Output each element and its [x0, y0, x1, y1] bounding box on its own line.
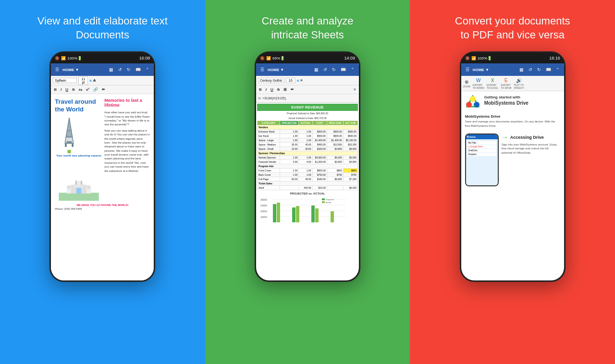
- table-row: Space - Small15.0030.00$320.00$4,800$9,6…: [258, 147, 358, 151]
- strikethrough-button-1[interactable]: S: [71, 87, 75, 92]
- font-name-field-2[interactable]: Century Gothic: [258, 78, 284, 83]
- phone-status-bar-1: 🔕📶100%🔋 16:08: [51, 53, 154, 63]
- book-icon-2[interactable]: 📖: [339, 67, 347, 73]
- col-projected: PROJECTED: [280, 121, 298, 125]
- book-icon-1[interactable]: 📖: [134, 67, 142, 73]
- formula-text[interactable]: =SUM(H19:I25): [262, 97, 286, 100]
- book-icon-3[interactable]: 📖: [544, 67, 553, 73]
- phone-screen-2: ☰ HOME ▼ ▦ ↺ ↻ 📖 ⌃ Century Gothic 10 a ≡…: [256, 63, 359, 280]
- format-bar-1: B I U S x₂ x² 🔗 ✏: [51, 85, 154, 94]
- view-icon-2[interactable]: ▦: [313, 67, 320, 73]
- highlight-button-2[interactable]: ✏: [290, 87, 295, 92]
- italic-button-2[interactable]: I: [265, 87, 268, 92]
- italic-button-1[interactable]: I: [60, 87, 62, 92]
- highlight-button-1[interactable]: ✏: [101, 87, 106, 92]
- mini-phone-screen: My Files ● Google Drive OneDrive Dropbox: [466, 139, 498, 186]
- table-row: Space - Large1.001.00$1,400.00$1,400.00$…: [258, 138, 358, 143]
- doc-body-1: How often have you said out loud, "I wou…: [104, 110, 150, 127]
- redo-icon-2[interactable]: ↻: [331, 67, 337, 73]
- svg-rect-35: [277, 203, 280, 222]
- phone-toolbar-2: ☰ HOME ▼ ▦ ↺ ↻ 📖 ⌃: [256, 63, 359, 76]
- undo-icon-1[interactable]: ↺: [117, 67, 123, 73]
- drive-desc-title: MobiSystems Drive: [465, 114, 560, 119]
- link-button-1[interactable]: 🔗: [92, 87, 99, 92]
- tts-label: TEXT TOSPEECH: [514, 84, 524, 89]
- accessing-drive-text: Sign into your MobiSystems account. Enjo…: [502, 143, 560, 155]
- pdf-content-area: Getting started with MobiSystems Drive M…: [461, 91, 564, 190]
- zoom-icon: ⊕: [465, 79, 468, 85]
- menu-icon-2[interactable]: ☰: [259, 67, 266, 73]
- table-row: Ear Kiosk1.001.00$500.00$500.00$500.00: [258, 134, 358, 138]
- formula-bar: fx =SUM(H19:I25): [256, 94, 359, 103]
- amazon-a-icon[interactable]: a: [297, 78, 299, 83]
- bold-button-1[interactable]: B: [53, 87, 58, 92]
- export-word-label: EXPORTTO WORD: [473, 84, 484, 89]
- doc-title-1: Travel around the World: [55, 98, 102, 113]
- menu-icon-3[interactable]: ☰: [464, 67, 471, 73]
- svg-rect-11: [65, 144, 67, 147]
- drive-desc-text: Save and manage your documents anywhere.…: [465, 120, 560, 128]
- export-word-tool[interactable]: W EXPORTTO WORD: [473, 78, 484, 89]
- home-button-2[interactable]: HOME ▼: [268, 68, 284, 72]
- table-row: Entrance Kiosk1.001.00$300.00$300.00$300…: [258, 130, 358, 134]
- underline-button-2[interactable]: U: [270, 87, 274, 92]
- status-time-3: 16:16: [549, 56, 560, 61]
- svg-rect-12: [72, 144, 74, 147]
- status-icons-2: 🔕📶69%🔋: [260, 56, 285, 61]
- svg-rect-38: [311, 206, 315, 222]
- tts-tool[interactable]: 🔊 TEXT TOSPEECH: [514, 78, 524, 89]
- font-bar-1: Sylfaen 11 pt a A: [51, 76, 154, 85]
- more-button[interactable]: ≡: [353, 87, 357, 92]
- strikethrough-button-2[interactable]: S: [276, 87, 281, 92]
- undo-icon-2[interactable]: ↺: [322, 67, 329, 73]
- bar-chart: 28000 24000 20000 16000: [259, 197, 356, 226]
- font-color-a-1[interactable]: a: [89, 78, 91, 83]
- expand-icon-1[interactable]: ⌃: [144, 67, 151, 73]
- undo-icon-3[interactable]: ↺: [527, 67, 534, 73]
- zoom-tool[interactable]: ⊕ ZOOM: [463, 79, 470, 88]
- svg-rect-34: [273, 204, 276, 222]
- doc-subtitle-1: Memories to last a lifetime: [104, 98, 150, 108]
- expand-icon-3[interactable]: ⌃: [554, 67, 561, 73]
- phone-toolbar-3: ☰ HOME ▼ ▦ ↺ ↻ 📖 ⌃: [461, 63, 564, 76]
- font-highlight-a-1[interactable]: A: [93, 78, 96, 83]
- bold-button-2[interactable]: B: [258, 87, 263, 92]
- panel-title-documents: View and edit elaborate text Documents: [10, 14, 196, 42]
- product-name-label: MobiSystems Drive: [484, 100, 529, 106]
- export-epub-tool[interactable]: E EXPORTTO EPUB: [501, 78, 511, 89]
- svg-point-25: [87, 185, 91, 189]
- col-act-sub: ACT SUB: [343, 121, 357, 125]
- view-icon-1[interactable]: ▦: [108, 67, 115, 73]
- expand-icon-2[interactable]: ⌃: [349, 67, 356, 73]
- superscript-button-1[interactable]: x²: [85, 87, 90, 92]
- borders-button[interactable]: ⊞: [283, 87, 288, 92]
- view-icon-3[interactable]: ▦: [518, 67, 525, 73]
- font-name-field-1[interactable]: Sylfaen: [53, 78, 77, 83]
- home-button-1[interactable]: HOME ▼: [62, 68, 79, 72]
- list-item: Dropbox: [467, 153, 496, 156]
- svg-text:Actual: Actual: [326, 201, 331, 204]
- redo-icon-1[interactable]: ↻: [125, 67, 132, 73]
- svg-rect-21: [76, 188, 81, 194]
- underline-button-1[interactable]: U: [64, 87, 69, 92]
- svg-rect-43: [322, 201, 325, 203]
- doc-body-2: Now you can stop talking about it and do…: [104, 129, 150, 173]
- redo-icon-3[interactable]: ↻: [536, 67, 542, 73]
- font-size-field-2[interactable]: 10: [286, 78, 295, 83]
- font-size-field-1[interactable]: 11 pt: [78, 76, 88, 85]
- svg-point-46: [474, 102, 480, 108]
- subscript-button-1[interactable]: x₂: [77, 87, 83, 92]
- col-cost: COST: [312, 121, 327, 125]
- table-row: Named Sponsor1.001.00$5,000.00$5,000$5,5…: [258, 156, 358, 160]
- word-icon: W: [476, 78, 480, 83]
- section-ticket-sales: Ticket Sales: [258, 182, 358, 186]
- text-align-icon[interactable]: ≡: [300, 78, 303, 83]
- svg-rect-19: [81, 181, 82, 184]
- drive-text: Getting started with MobiSystems Drive: [484, 95, 529, 107]
- menu-icon-1[interactable]: ☰: [54, 67, 61, 73]
- eiffel-tower-illustration: [55, 116, 84, 154]
- home-button-3[interactable]: HOME ▼: [473, 68, 489, 72]
- svg-rect-41: [322, 198, 325, 200]
- svg-text:16000: 16000: [260, 216, 267, 218]
- export-excel-tool[interactable]: X EXPORTTO EXCEL: [487, 78, 499, 89]
